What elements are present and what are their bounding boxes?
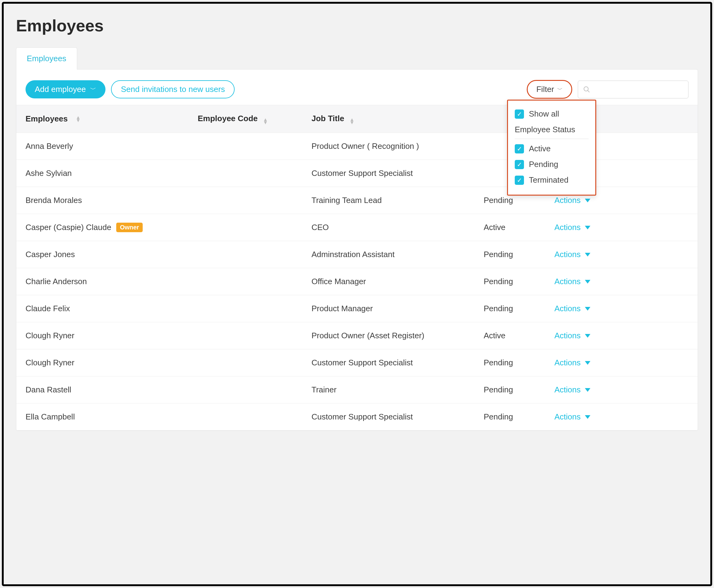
filter-option[interactable]: ✓Active [515, 141, 589, 156]
cell-title: Adminstration Assistant [312, 250, 484, 259]
caret-down-icon [585, 226, 590, 229]
cell-status: Pending [484, 277, 554, 286]
sort-icon: ▲▼ [263, 118, 268, 124]
filter-section-heading: Employee Status [515, 122, 589, 139]
cell-status: Pending [484, 304, 554, 313]
cell-title: Customer Support Specialist [312, 169, 484, 178]
table-row: Casper JonesAdminstration AssistantPendi… [16, 241, 698, 268]
caret-down-icon [585, 280, 590, 284]
cell-actions: Actions [554, 412, 689, 422]
tabs: Employees [16, 47, 698, 69]
send-invitations-button[interactable]: Send invitations to new users [111, 80, 235, 99]
table-row: Charlie AndersonOffice ManagerPendingAct… [16, 268, 698, 295]
cell-status: Active [484, 331, 554, 340]
panel-employees: Add employee ﹀ Send invitations to new u… [16, 69, 698, 431]
actions-button[interactable]: Actions [554, 412, 590, 422]
filter-option-show-all[interactable]: ✓ Show all [515, 106, 589, 122]
page-title: Employees [16, 16, 698, 35]
actions-button[interactable]: Actions [554, 385, 590, 395]
cell-title: Customer Support Specialist [312, 358, 484, 368]
search-icon [583, 86, 590, 93]
cell-name: Charlie Anderson [25, 277, 198, 286]
cell-name: Casper (Caspie) ClaudeOwner [25, 223, 198, 232]
column-header-title[interactable]: Job Title ▲▼ [312, 114, 484, 124]
column-header-employees[interactable]: Employees ▲▼ [25, 114, 198, 124]
actions-button[interactable]: Actions [554, 277, 590, 286]
table-row: Casper (Caspie) ClaudeOwnerCEOActiveActi… [16, 214, 698, 241]
checkbox-checked-icon: ✓ [515, 175, 524, 185]
cell-status: Pending [484, 195, 554, 205]
filter-button[interactable]: Filter ﹀ [527, 80, 572, 99]
cell-actions: Actions [554, 277, 689, 286]
filter-option-label: Show all [529, 109, 559, 119]
table-row: Clough RynerCustomer Support SpecialistP… [16, 349, 698, 376]
cell-name: Claude Felix [25, 304, 198, 313]
cell-status: Active [484, 223, 554, 232]
table-row: Ella CampbellCustomer Support Specialist… [16, 403, 698, 430]
tab-employees[interactable]: Employees [16, 47, 77, 69]
cell-actions: Actions [554, 195, 689, 205]
filter-label: Filter [536, 85, 554, 94]
caret-down-icon [585, 334, 590, 338]
table-row: Clough RynerProduct Owner (Asset Registe… [16, 322, 698, 349]
caret-down-icon [585, 307, 590, 311]
cell-name: Anna Beverly [25, 142, 198, 151]
cell-actions: Actions [554, 250, 689, 259]
filter-option[interactable]: ✓Terminated [515, 172, 589, 188]
add-employee-button[interactable]: Add employee ﹀ [25, 80, 105, 99]
cell-title: Product Owner ( Recognition ) [312, 142, 484, 151]
caret-down-icon [585, 415, 590, 419]
caret-down-icon [585, 253, 590, 256]
cell-title: Trainer [312, 385, 484, 395]
svg-point-0 [584, 87, 588, 91]
app-window: Employees Employees Add employee ﹀ Send … [2, 2, 712, 586]
add-employee-label: Add employee [35, 85, 86, 94]
chevron-down-icon: ﹀ [90, 85, 96, 93]
caret-down-icon [585, 199, 590, 202]
actions-button[interactable]: Actions [554, 358, 590, 368]
filter-option[interactable]: ✓Pending [515, 156, 589, 172]
cell-name: Brenda Morales [25, 195, 198, 205]
sort-icon: ▲▼ [76, 116, 81, 122]
actions-button[interactable]: Actions [554, 195, 590, 205]
cell-actions: Actions [554, 385, 689, 395]
cell-title: Product Owner (Asset Register) [312, 331, 484, 340]
filter-dropdown: ✓ Show all Employee Status ✓Active✓Pendi… [507, 100, 596, 195]
cell-title: Training Team Lead [312, 195, 484, 205]
table-row: Claude FelixProduct ManagerPendingAction… [16, 295, 698, 322]
cell-actions: Actions [554, 304, 689, 313]
cell-status: Pending [484, 412, 554, 422]
sort-icon: ▲▼ [350, 118, 355, 124]
cell-status: Pending [484, 385, 554, 395]
cell-name: Ashe Sylvian [25, 169, 198, 178]
cell-name: Clough Ryner [25, 358, 198, 368]
caret-down-icon [585, 388, 590, 392]
owner-badge: Owner [116, 223, 143, 232]
cell-name: Casper Jones [25, 250, 198, 259]
checkbox-checked-icon: ✓ [515, 144, 524, 153]
cell-actions: Actions [554, 223, 689, 232]
chevron-down-icon: ﹀ [557, 86, 563, 93]
filter-option-label: Terminated [529, 175, 569, 185]
cell-status: Pending [484, 250, 554, 259]
cell-actions: Actions [554, 331, 689, 340]
checkbox-checked-icon: ✓ [515, 160, 524, 169]
actions-button[interactable]: Actions [554, 223, 590, 232]
actions-button[interactable]: Actions [554, 250, 590, 259]
actions-button[interactable]: Actions [554, 331, 590, 340]
cell-actions: Actions [554, 358, 689, 368]
filter-option-label: Active [529, 144, 551, 153]
cell-title: Customer Support Specialist [312, 412, 484, 422]
cell-title: CEO [312, 223, 484, 232]
cell-status: Pending [484, 358, 554, 368]
svg-line-1 [588, 90, 589, 92]
search-input[interactable] [578, 81, 689, 99]
actions-button[interactable]: Actions [554, 304, 590, 313]
cell-name: Ella Campbell [25, 412, 198, 422]
column-header-code[interactable]: Employee Code ▲▼ [198, 114, 312, 124]
cell-name: Clough Ryner [25, 331, 198, 340]
table-row: Dana RastellTrainerPendingActions [16, 376, 698, 403]
filter-option-label: Pending [529, 160, 558, 169]
caret-down-icon [585, 361, 590, 365]
cell-name: Dana Rastell [25, 385, 198, 395]
